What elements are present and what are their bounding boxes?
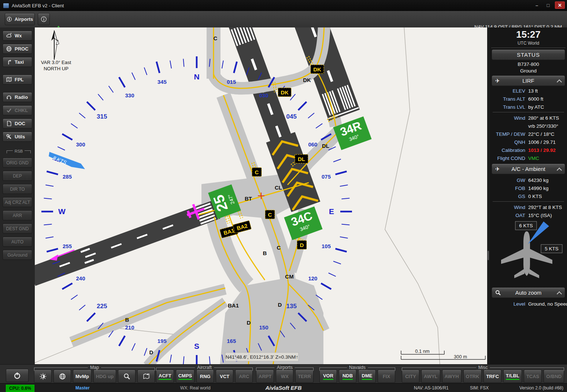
rsb-button-arr[interactable]: ARR — [3, 210, 32, 220]
toolbar-button-mvmp[interactable]: MvMp — [73, 370, 92, 383]
toolbar-group-navaids: NavaidsVORNDBDMEFIX — [319, 365, 395, 383]
ambient-section-header[interactable]: ✈ A/C - Ambient — [492, 164, 565, 174]
panel-row: Wind280° at 6 KTS — [490, 114, 567, 122]
toolbar-button-arc[interactable]: ARC — [235, 370, 253, 383]
minimize-button[interactable]: – — [532, 2, 541, 8]
wind-diagram: 6 KTS5 KTS — [490, 219, 567, 286]
row-label: GW — [490, 178, 525, 183]
title-bar: AivlaSoft EFB v2 - Client – □ ✕ — [0, 0, 567, 11]
toolbar-button-otrk[interactable]: OTRK — [463, 370, 482, 383]
sidebar-item-proc[interactable]: PROC — [3, 44, 32, 54]
toolbar-button-label: CITY — [405, 374, 416, 379]
tools-icon — [6, 134, 12, 140]
toolbar-button-awyh[interactable]: AWYH — [442, 370, 462, 383]
row-value: vrb 250°/330° — [528, 123, 558, 129]
row-label: Trans LVL — [490, 104, 525, 110]
sidebar-item-taxi[interactable]: Taxi — [3, 57, 32, 67]
row-value: 14990 kg — [528, 186, 549, 191]
toolbar-button-awyl[interactable]: AWYL — [421, 370, 440, 383]
toolbar-button-arpt[interactable]: ARPT — [256, 370, 274, 383]
svg-text:C: C — [268, 212, 272, 218]
sidebar-item-wx[interactable]: Wx — [3, 31, 32, 41]
compass-number: 315 — [97, 113, 107, 120]
toolbar-button-vor[interactable]: VOR — [319, 370, 337, 383]
info-button[interactable] — [38, 13, 50, 25]
auto-zoom-header[interactable]: Auto zoom — [492, 287, 565, 298]
airport-map[interactable]: 0150300450600751051201351501651952102252… — [35, 27, 487, 364]
compass-number: 015 — [227, 79, 236, 85]
taxiway-label-dl: DL — [322, 143, 329, 149]
sidebar-item-fpl[interactable]: FPL — [3, 75, 32, 85]
toolbar-button-search[interactable] — [118, 370, 136, 383]
folded-map-icon — [6, 76, 12, 83]
sidebar-item-chkl[interactable]: CHKL — [3, 105, 32, 115]
toolbar-button-tcas[interactable]: TCAS — [524, 370, 542, 383]
panel-row: Trans LVLby ATC — [490, 103, 567, 111]
toolbar-button-label: TRFC — [486, 374, 499, 379]
compass-number: 105 — [322, 243, 331, 249]
compass-cardinal-n: N — [194, 72, 199, 81]
toolbar-button-label: TERR — [298, 374, 311, 379]
toolbar-button-ndb[interactable]: NDB — [339, 370, 356, 383]
rsb-button-orig-gnd[interactable]: ORIG GND — [3, 158, 32, 168]
svg-text:DK: DK — [281, 89, 289, 96]
status-button[interactable]: STATUS — [492, 49, 565, 60]
rsb-button-goaround[interactable]: GoAround — [3, 250, 32, 260]
toolbar-button-o-bnd[interactable]: O/BND — [544, 370, 564, 383]
rsb-button-auto[interactable]: AUTO — [3, 237, 32, 247]
toolbar-button-label: T/LBL — [506, 373, 519, 380]
compass-number: 300 — [76, 141, 85, 148]
toolbar-button-cmps[interactable]: CMPS — [176, 370, 195, 383]
toolbar-button-brightness[interactable] — [34, 370, 52, 383]
toolbar-button-rng[interactable]: RNG — [196, 370, 214, 383]
toolbar-button-t-lbl[interactable]: T/LBL — [503, 370, 522, 383]
toolbar-button-city[interactable]: CITY — [402, 370, 419, 383]
toolbar-button-globe[interactable] — [53, 370, 71, 383]
taxiway-label-ba1: BA1 — [228, 302, 239, 309]
toolbar-button-label: AWYL — [424, 374, 438, 379]
taxiway-label-d: D — [278, 302, 282, 308]
crosswind-label: 5 KTS — [545, 246, 559, 251]
toolbar-button-map-pin[interactable] — [137, 370, 155, 383]
toolbar-button-terr[interactable]: TERR — [295, 370, 313, 383]
toolbar-button-wx[interactable]: WX — [276, 370, 293, 383]
rsb-button-adj-crz-alt[interactable]: Adj CRZ ALT — [3, 197, 32, 207]
app-icon — [3, 3, 9, 8]
close-button[interactable]: ✕ — [555, 1, 565, 9]
right-panel: 15:27 UTC World STATUS B737-800 Ground ✈… — [490, 27, 567, 364]
svg-text:DL: DL — [298, 156, 305, 162]
panel-splitter[interactable] — [487, 27, 490, 364]
toolbar-button-vct[interactable]: VCT — [216, 370, 233, 383]
toolbar-button-acft[interactable]: ACFT — [156, 370, 174, 383]
compass-number: 135 — [286, 303, 297, 310]
rsb-button-dir-to[interactable]: DIR TO — [3, 184, 32, 194]
sidebar-item-utils[interactable]: Utils — [3, 132, 32, 142]
ambient-section-title: A/C - Ambient — [511, 166, 545, 172]
headwind-label: 6 KTS — [519, 223, 533, 228]
airport-section-header[interactable]: ✈ LIRF — [492, 75, 565, 86]
panel-row: Wind292°T at 8 KTS — [490, 203, 567, 211]
power-button[interactable] — [6, 369, 29, 382]
rsb-button-dep[interactable]: DEP — [3, 171, 32, 181]
toolbar-button-label: ACFT — [159, 373, 171, 380]
maximize-button[interactable]: □ — [544, 2, 553, 8]
sidebar-item-doc[interactable]: DOC — [3, 119, 32, 128]
toolbar-button-label: TCAS — [526, 374, 539, 379]
row-label: Calibration — [490, 148, 525, 153]
row-value: 0 KTS — [528, 194, 542, 199]
toolbar-button-fix[interactable]: FIX — [378, 370, 395, 383]
sidebar-item-label: DOC — [15, 121, 25, 126]
toolbar-button-trfc[interactable]: TRFC — [483, 370, 501, 383]
sidebar-item-radio[interactable]: Radio — [3, 92, 32, 102]
row-value: 1006 / 29.71 — [528, 139, 556, 145]
cursor-coordinates: N41°48.6', E012°16.3' Z=0.3NM↑ — [225, 352, 299, 361]
compass-number: 255 — [63, 243, 72, 249]
toolbar-button-dme[interactable]: DME — [358, 370, 376, 383]
document-icon — [6, 120, 12, 127]
toolbar-group-aircraft: AircraftACFTCMPSRNGVCTARC — [156, 365, 253, 383]
taxiway-label-c: C — [277, 244, 281, 251]
rsb-button-dest-gnd[interactable]: DEST GND — [3, 224, 32, 234]
toolbar-button-label: VCT — [220, 374, 229, 379]
airports-button[interactable]: Airports — [5, 13, 35, 25]
toolbar-button-hdg-up[interactable]: HDG up — [93, 370, 116, 383]
